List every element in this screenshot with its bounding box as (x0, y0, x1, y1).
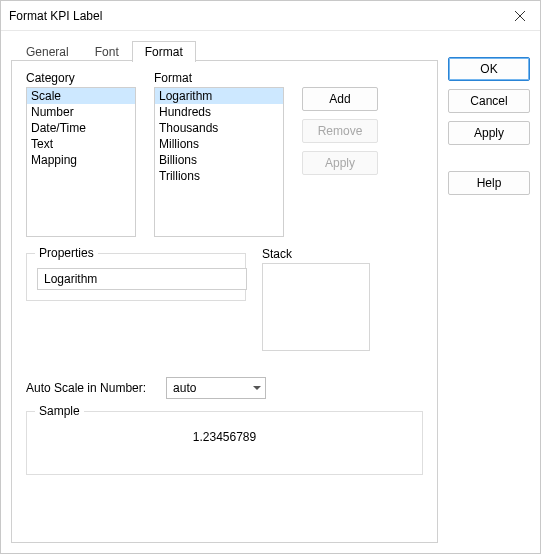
format-action-buttons: Add Remove Apply (302, 71, 378, 237)
left-pane: General Font Format Category Scale Numbe… (11, 39, 438, 543)
remove-button: Remove (302, 119, 378, 143)
close-icon (515, 11, 525, 21)
close-button[interactable] (500, 1, 540, 31)
list-item[interactable]: Billions (155, 152, 283, 168)
tabstrip: General Font Format (13, 39, 438, 61)
help-button[interactable]: Help (448, 171, 530, 195)
list-item[interactable]: Thousands (155, 120, 283, 136)
window-title: Format KPI Label (9, 9, 500, 23)
client-area: General Font Format Category Scale Numbe… (1, 31, 540, 553)
stack-listbox[interactable] (262, 263, 370, 351)
list-item[interactable]: Millions (155, 136, 283, 152)
apply-button[interactable]: Apply (448, 121, 530, 145)
list-item[interactable]: Mapping (27, 152, 135, 168)
properties-input[interactable] (37, 268, 247, 290)
tab-format[interactable]: Format (132, 41, 196, 62)
auto-scale-row: Auto Scale in Number: auto (26, 377, 423, 399)
add-button[interactable]: Add (302, 87, 378, 111)
category-listbox[interactable]: Scale Number Date/Time Text Mapping (26, 87, 136, 237)
list-item[interactable]: Text (27, 136, 135, 152)
tab-general[interactable]: General (13, 41, 82, 62)
titlebar: Format KPI Label (1, 1, 540, 31)
format-label: Format (154, 71, 284, 85)
list-item[interactable]: Date/Time (27, 120, 135, 136)
auto-scale-label: Auto Scale in Number: (26, 381, 146, 395)
tab-font[interactable]: Font (82, 41, 132, 62)
dialog-buttons: OK Cancel Apply Help (448, 39, 530, 543)
stack-column: Stack (262, 247, 370, 351)
list-item[interactable]: Hundreds (155, 104, 283, 120)
auto-scale-value: auto (173, 381, 196, 395)
mid-row: Properties Stack (26, 247, 423, 351)
apply-format-button: Apply (302, 151, 378, 175)
sample-value: 1.23456789 (37, 430, 412, 444)
properties-fieldset: Properties (26, 253, 246, 301)
cancel-button[interactable]: Cancel (448, 89, 530, 113)
category-label: Category (26, 71, 136, 85)
auto-scale-select[interactable]: auto (166, 377, 266, 399)
sample-legend: Sample (35, 404, 84, 418)
properties-group: Properties (26, 247, 246, 301)
list-item[interactable]: Logarithm (155, 88, 283, 104)
chevron-down-icon (253, 386, 261, 390)
spacer (448, 153, 530, 163)
list-item[interactable]: Trillions (155, 168, 283, 184)
list-item[interactable]: Number (27, 104, 135, 120)
list-item[interactable]: Scale (27, 88, 135, 104)
category-column: Category Scale Number Date/Time Text Map… (26, 71, 136, 237)
format-column: Format Logarithm Hundreds Thousands Mill… (154, 71, 284, 237)
top-row: Category Scale Number Date/Time Text Map… (26, 71, 423, 237)
dialog-window: Format KPI Label General Font Format Cat… (0, 0, 541, 554)
tab-panel-format: Category Scale Number Date/Time Text Map… (11, 60, 438, 543)
format-listbox[interactable]: Logarithm Hundreds Thousands Millions Bi… (154, 87, 284, 237)
stack-label: Stack (262, 247, 370, 261)
properties-legend: Properties (35, 246, 98, 260)
sample-group: Sample 1.23456789 (26, 411, 423, 475)
ok-button[interactable]: OK (448, 57, 530, 81)
